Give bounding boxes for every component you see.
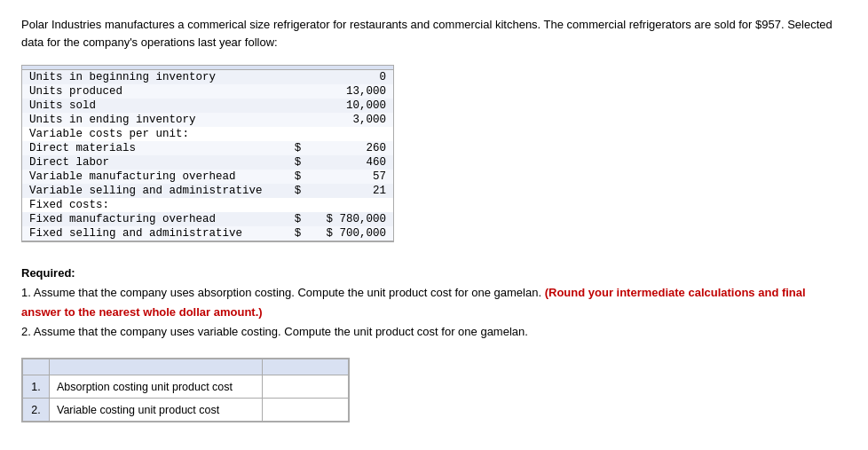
row-sym-0	[286, 70, 308, 85]
answer-table: 1. Absorption costing unit product cost …	[22, 359, 349, 422]
answer-row2-input[interactable]	[263, 399, 349, 422]
row-sym-2	[286, 99, 308, 113]
row-val-9	[308, 198, 393, 212]
answer-header-value	[263, 359, 349, 375]
row-label-0: Units in beginning inventory	[22, 70, 286, 85]
answer-input-2[interactable]	[270, 404, 341, 416]
row-label-11: Fixed selling and administrative	[22, 226, 286, 241]
answer-row1-input[interactable]	[263, 375, 349, 399]
row-sym-8: $	[286, 184, 308, 198]
answer-row1-label: Absorption costing unit product cost	[50, 375, 263, 399]
row-label-4: Variable costs per unit:	[22, 127, 286, 141]
row-val-10: $ 780,000	[308, 212, 393, 226]
data-row-1: Units produced13,000	[22, 84, 393, 99]
row-sym-4	[286, 127, 308, 141]
row-sym-11: $	[286, 226, 308, 241]
req-item2: 2. Assume that the company uses variable…	[21, 325, 528, 338]
answer-row1-num: 1.	[23, 375, 50, 399]
data-row-10: Fixed manufacturing overhead$$ 780,000	[22, 212, 393, 226]
data-row-2: Units sold10,000	[22, 99, 393, 113]
row-val-7: 57	[308, 170, 393, 184]
data-table: Units in beginning inventory0Units produ…	[22, 66, 393, 241]
data-table-wrapper: Units in beginning inventory0Units produ…	[21, 65, 394, 242]
data-row-3: Units in ending inventory3,000	[22, 113, 393, 127]
answer-input-1[interactable]	[270, 381, 341, 393]
answer-header-row	[23, 359, 349, 375]
data-row-4: Variable costs per unit:	[22, 127, 393, 141]
data-row-11: Fixed selling and administrative$$ 700,0…	[22, 226, 393, 241]
row-val-0: 0	[308, 70, 393, 85]
data-row-5: Direct materials$260	[22, 141, 393, 155]
data-row-6: Direct labor$460	[22, 155, 393, 170]
row-val-8: 21	[308, 184, 393, 198]
row-label-1: Units produced	[22, 84, 286, 99]
row-val-6: 460	[308, 155, 393, 170]
row-label-2: Units sold	[22, 99, 286, 113]
answer-row-2: 2. Variable costing unit product cost	[23, 399, 349, 422]
row-val-2: 10,000	[308, 99, 393, 113]
row-val-5: 260	[308, 141, 393, 155]
row-label-3: Units in ending inventory	[22, 113, 286, 127]
answer-row2-num: 2.	[23, 399, 50, 422]
row-sym-5: $	[286, 141, 308, 155]
row-label-10: Fixed manufacturing overhead	[22, 212, 286, 226]
row-val-11: $ 700,000	[308, 226, 393, 241]
row-sym-7: $	[286, 170, 308, 184]
answer-row2-label: Variable costing unit product cost	[50, 399, 263, 422]
row-sym-6: $	[286, 155, 308, 170]
answer-table-wrapper: 1. Absorption costing unit product cost …	[21, 358, 350, 422]
row-sym-9	[286, 198, 308, 212]
row-label-5: Direct materials	[22, 141, 286, 155]
row-val-4	[308, 127, 393, 141]
required-section: Required: 1. Assume that the company use…	[21, 264, 847, 342]
row-val-3: 3,000	[308, 113, 393, 127]
row-val-1: 13,000	[308, 84, 393, 99]
answer-header-label	[50, 359, 263, 375]
row-label-9: Fixed costs:	[22, 198, 286, 212]
row-sym-3	[286, 113, 308, 127]
row-sym-1	[286, 84, 308, 99]
data-row-7: Variable manufacturing overhead$57	[22, 170, 393, 184]
answer-header-num	[23, 359, 50, 375]
intro-text: Polar Industries manufactures a commeric…	[21, 16, 847, 51]
data-row-9: Fixed costs:	[22, 198, 393, 212]
required-label: Required:	[21, 266, 75, 280]
row-label-6: Direct labor	[22, 155, 286, 170]
row-label-7: Variable manufacturing overhead	[22, 170, 286, 184]
answer-row-1: 1. Absorption costing unit product cost	[23, 375, 349, 399]
data-row-0: Units in beginning inventory0	[22, 70, 393, 85]
data-row-8: Variable selling and administrative$21	[22, 184, 393, 198]
req-item1-plain: 1. Assume that the company uses absorpti…	[21, 286, 545, 299]
row-label-8: Variable selling and administrative	[22, 184, 286, 198]
row-sym-10: $	[286, 212, 308, 226]
